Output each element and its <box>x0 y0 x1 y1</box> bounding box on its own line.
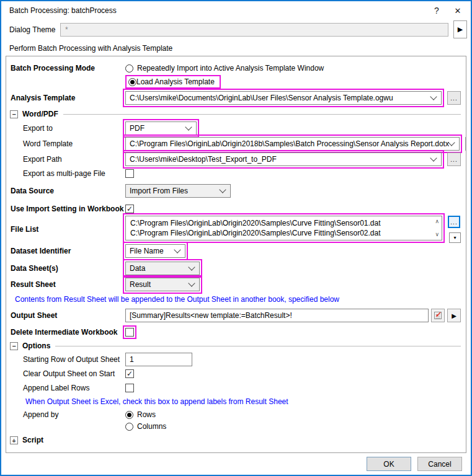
ellipsis-icon: ... <box>450 156 457 163</box>
close-icon: ✕ <box>455 6 461 15</box>
help-icon: ? <box>434 6 439 15</box>
append-labels-label: Append Label Rows <box>6 384 125 392</box>
result-sheet-combo[interactable]: Result <box>125 278 200 291</box>
append-labels-checkbox[interactable] <box>125 384 134 392</box>
dataset-identifier-label: Dataset Identifier <box>6 247 125 255</box>
scroll-up-icon[interactable]: ∧ <box>435 219 439 224</box>
radio-repeated-import[interactable]: Repeatedly Import into Active Analysis T… <box>125 64 324 73</box>
starting-row-input[interactable]: 1 <box>125 353 192 366</box>
plus-glyph: + <box>12 438 16 443</box>
expand-icon[interactable]: + <box>10 436 18 444</box>
chevron-down-icon <box>430 154 437 161</box>
analysis-template-value: C:\Users\mike\Documents\OriginLab\User F… <box>130 94 393 102</box>
radio-label: Rows <box>137 410 156 419</box>
file-list-box[interactable]: C:\Program Files\OriginLab\Origin2020\Sa… <box>125 216 442 240</box>
word-pdf-header: Word/PDF <box>22 110 58 118</box>
export-to-label: Export to <box>6 124 125 133</box>
dialog-theme-label: Dialog Theme <box>9 25 56 34</box>
dataset-identifier-value: File Name <box>130 247 164 255</box>
data-sheets-combo[interactable]: Data <box>125 262 200 275</box>
chevron-down-icon <box>174 246 180 253</box>
clear-output-row: Clear Output Sheet on Start ✓ <box>6 366 463 381</box>
export-path-browse-button[interactable]: ... <box>447 152 461 166</box>
section-divider <box>63 114 461 115</box>
export-path-combo[interactable]: C:\Users\mike\Desktop\Test_Export_to_PDF <box>125 152 442 166</box>
check-icon: ✓ <box>127 205 133 213</box>
starting-row-label: Starting Row of Output Sheet <box>6 355 125 364</box>
result-sheet-value: Result <box>130 280 151 289</box>
output-sheet-input[interactable]: [Summary]Results<new template:=BatchResu… <box>125 309 429 322</box>
radio-append-rows[interactable]: Rows <box>125 408 156 421</box>
radio-load-analysis-template[interactable]: Load Analysis Template <box>125 75 221 89</box>
dataset-identifier-row: Dataset Identifier File Name <box>6 242 463 260</box>
radio-label: Repeatedly Import into Active Analysis T… <box>137 64 324 73</box>
options-header: Options <box>22 342 50 350</box>
file-list-item[interactable]: C:\Program Files\OriginLab\Origin2020\Sa… <box>130 218 428 228</box>
file-list-item[interactable]: C:\Program Files\OriginLab\Origin2020\Sa… <box>130 228 428 238</box>
export-path-row: Export Path C:\Users\mike\Desktop\Test_E… <box>6 152 463 167</box>
word-template-label: Word Template <box>6 139 125 148</box>
chevron-down-icon <box>188 280 195 286</box>
radio-selected-icon <box>125 411 133 419</box>
delete-intermediate-label: Delete Intermediate Workbook <box>6 328 125 337</box>
output-sheet-value: [Summary]Results<new template:=BatchResu… <box>130 311 292 320</box>
word-template-browse-button[interactable]: ... <box>465 137 466 151</box>
export-to-combo[interactable]: PDF <box>125 121 197 135</box>
collapse-icon[interactable]: − <box>10 110 18 118</box>
file-list-menu-button[interactable]: ▾ <box>449 232 461 243</box>
minus-glyph: − <box>12 112 16 117</box>
title-bar: Batch Processing: batchProcess ? ✕ <box>1 1 471 20</box>
analysis-template-browse-button[interactable]: ... <box>447 91 461 105</box>
data-source-combo[interactable]: Import From Files <box>125 184 231 198</box>
export-to-value: PDF <box>130 124 145 133</box>
theme-flyout-button[interactable]: ▶ <box>453 20 467 38</box>
dialog-description: Perform Batch Processing with Analysis T… <box>1 38 471 53</box>
dialog-theme-input[interactable]: * <box>60 23 448 37</box>
append-by-row: Append by Rows Columns <box>6 408 463 433</box>
dialog-title: Batch Processing: batchProcess <box>9 6 426 15</box>
result-sheet-row: Result Sheet Result <box>6 276 463 293</box>
analysis-template-combo[interactable]: C:\Users\mike\Documents\OriginLab\User F… <box>125 91 442 105</box>
chevron-down-icon <box>188 263 195 270</box>
data-sheets-value: Data <box>130 264 145 273</box>
batch-mode-row: Batch Processing Mode Repeatedly Import … <box>6 61 463 75</box>
word-template-value: C:\Program Files\OriginLab\Origin2018b\S… <box>130 139 449 148</box>
cancel-button[interactable]: Cancel <box>417 457 462 471</box>
word-template-combo[interactable]: C:\Program Files\OriginLab\Origin2018b\S… <box>125 137 460 151</box>
minus-glyph: − <box>12 343 16 349</box>
excel-note-row: When Output Sheet is Excel, check this b… <box>6 395 463 408</box>
radio-append-columns[interactable]: Columns <box>125 421 166 432</box>
delete-intermediate-checkbox[interactable] <box>125 328 134 337</box>
batch-mode-row2: Load Analysis Template <box>6 75 463 89</box>
close-button[interactable]: ✕ <box>447 2 468 19</box>
dataset-identifier-combo[interactable]: File Name <box>125 244 185 258</box>
export-path-value: C:\Users\mike\Desktop\Test_Export_to_PDF <box>130 155 277 164</box>
clear-output-label: Clear Output Sheet on Start <box>6 369 125 378</box>
script-header-row: + Script <box>6 433 463 447</box>
result-sheet-label: Result Sheet <box>6 280 125 289</box>
use-import-setting-row: Use Import Setting in Workbook ✓ <box>6 201 463 216</box>
options-header-row: − Options <box>6 340 463 352</box>
data-source-row: Data Source Import From Files <box>6 180 463 201</box>
multipage-checkbox[interactable] <box>125 169 134 178</box>
help-button[interactable]: ? <box>426 2 447 19</box>
radio-label: Columns <box>137 422 166 431</box>
sheet-picker-button[interactable] <box>431 309 445 322</box>
use-import-setting-checkbox[interactable]: ✓ <box>125 205 134 213</box>
output-sheet-flyout-button[interactable]: ▶ <box>447 309 461 322</box>
file-list-browse-button[interactable]: ... <box>448 216 460 228</box>
dialog-theme-value: * <box>65 25 68 34</box>
scroll-down-icon[interactable]: ∨ <box>435 232 439 237</box>
multipage-row: Export as multi-page File <box>6 167 463 180</box>
ok-button[interactable]: OK <box>367 457 411 471</box>
clear-output-checkbox[interactable]: ✓ <box>125 369 134 378</box>
radio-selected-icon <box>128 78 136 86</box>
collapse-icon[interactable]: − <box>10 342 18 350</box>
result-note-row: Contents from Result Sheet will be appen… <box>6 293 463 306</box>
chevron-down-icon <box>430 93 437 100</box>
excel-note: When Output Sheet is Excel, check this b… <box>6 397 288 406</box>
chevron-down-icon <box>219 186 226 193</box>
check-icon: ✓ <box>127 370 133 377</box>
analysis-template-label: Analysis Template <box>6 94 125 102</box>
section-divider <box>55 346 461 346</box>
